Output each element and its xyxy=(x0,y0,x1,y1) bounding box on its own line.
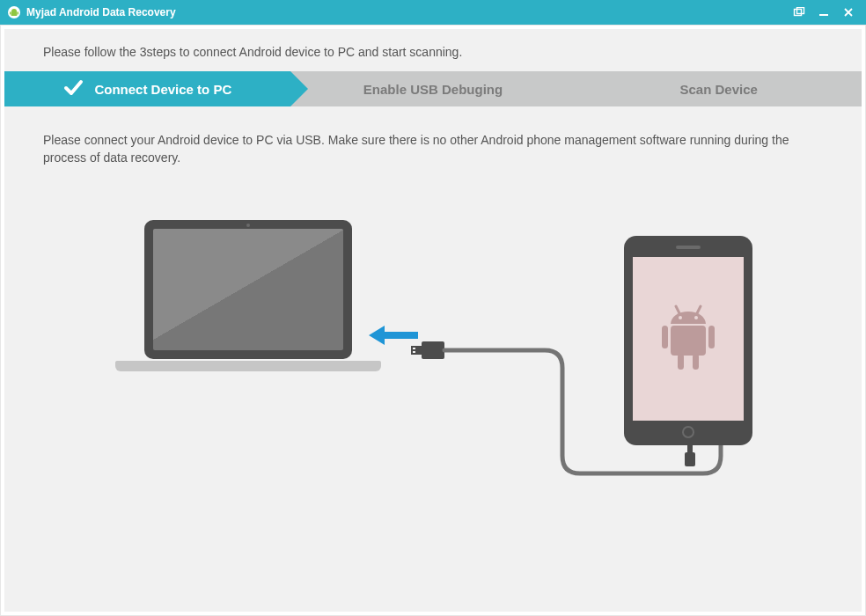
svg-line-12 xyxy=(697,306,701,313)
window-body: Please follow the 3steps to connect Andr… xyxy=(0,25,866,616)
svg-rect-17 xyxy=(708,326,715,348)
step-connect-device[interactable]: Connect Device to PC xyxy=(4,71,290,106)
svg-rect-15 xyxy=(671,326,706,356)
titlebar: Myjad Android Data Recovery xyxy=(0,0,866,25)
step-label: Connect Device to PC xyxy=(94,82,231,97)
svg-rect-5 xyxy=(797,8,804,14)
content-panel: Please follow the 3steps to connect Andr… xyxy=(4,29,862,612)
svg-rect-21 xyxy=(685,452,695,466)
restore-window-button[interactable] xyxy=(787,3,811,22)
check-icon xyxy=(62,77,84,101)
intro-text: Please follow the 3steps to connect Andr… xyxy=(4,40,862,71)
app-logo-icon xyxy=(7,5,21,19)
wizard-steps: Connect Device to PC Enable USB Debuging… xyxy=(4,71,862,106)
svg-rect-2 xyxy=(10,11,11,14)
svg-rect-16 xyxy=(662,326,668,348)
svg-rect-18 xyxy=(678,354,684,370)
minimize-button[interactable] xyxy=(811,3,836,22)
svg-point-13 xyxy=(679,316,682,319)
step-scan-device[interactable]: Scan Device xyxy=(576,71,862,106)
step-label: Enable USB Debuging xyxy=(363,82,503,97)
android-robot-icon xyxy=(653,299,723,378)
svg-rect-10 xyxy=(413,351,415,353)
step-label: Scan Device xyxy=(679,82,757,97)
svg-rect-7 xyxy=(422,341,444,359)
close-button[interactable] xyxy=(836,3,861,22)
svg-rect-9 xyxy=(413,348,415,349)
connection-illustration xyxy=(43,220,823,519)
instruction-text: Please connect your Android device to PC… xyxy=(43,131,823,167)
svg-rect-3 xyxy=(18,11,18,14)
svg-rect-1 xyxy=(11,11,18,16)
step-body: Please connect your Android device to PC… xyxy=(4,106,862,519)
svg-rect-19 xyxy=(693,354,699,370)
svg-rect-8 xyxy=(411,346,423,355)
phone-usb-plug-icon xyxy=(684,445,696,473)
step-enable-usb-debugging[interactable]: Enable USB Debuging xyxy=(290,71,576,106)
laptop-icon xyxy=(144,220,381,371)
svg-rect-4 xyxy=(795,10,802,16)
svg-rect-6 xyxy=(819,14,828,16)
svg-line-11 xyxy=(676,306,679,313)
svg-point-14 xyxy=(694,316,698,319)
android-phone-icon xyxy=(624,236,752,445)
app-title: Myjad Android Data Recovery xyxy=(26,6,176,18)
svg-rect-20 xyxy=(687,445,693,452)
